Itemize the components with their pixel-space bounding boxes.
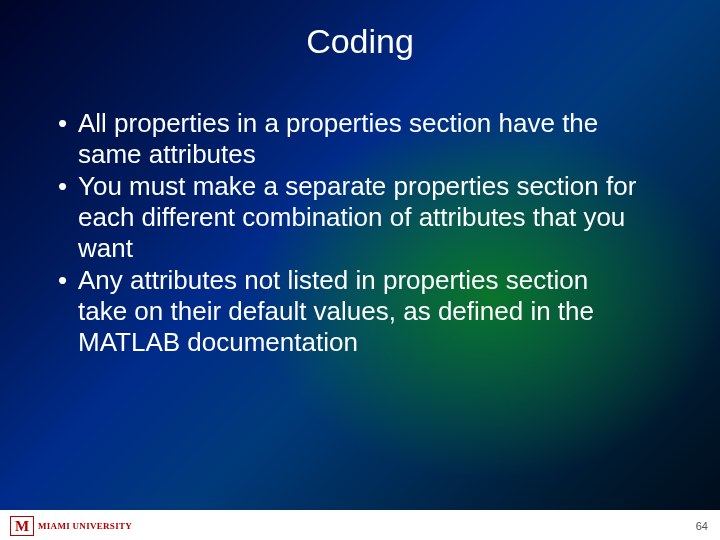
slide-title: Coding bbox=[0, 22, 720, 61]
bullet-item: You must make a separate properties sect… bbox=[58, 171, 640, 263]
logo-main-text: MIAMI UNIVERSITY bbox=[38, 522, 132, 531]
slide-body: All properties in a properties section h… bbox=[58, 108, 640, 359]
page-number: 64 bbox=[696, 520, 708, 532]
footer-bar: M MIAMI UNIVERSITY 64 bbox=[0, 510, 720, 540]
logo-mark-icon: M bbox=[10, 516, 34, 536]
bullet-item: Any attributes not listed in properties … bbox=[58, 265, 640, 357]
bullet-item: All properties in a properties section h… bbox=[58, 108, 640, 169]
slide: Coding All properties in a properties se… bbox=[0, 0, 720, 540]
bullet-list: All properties in a properties section h… bbox=[58, 108, 640, 357]
logo-text: MIAMI UNIVERSITY bbox=[38, 522, 132, 531]
university-logo: M MIAMI UNIVERSITY bbox=[10, 516, 132, 536]
